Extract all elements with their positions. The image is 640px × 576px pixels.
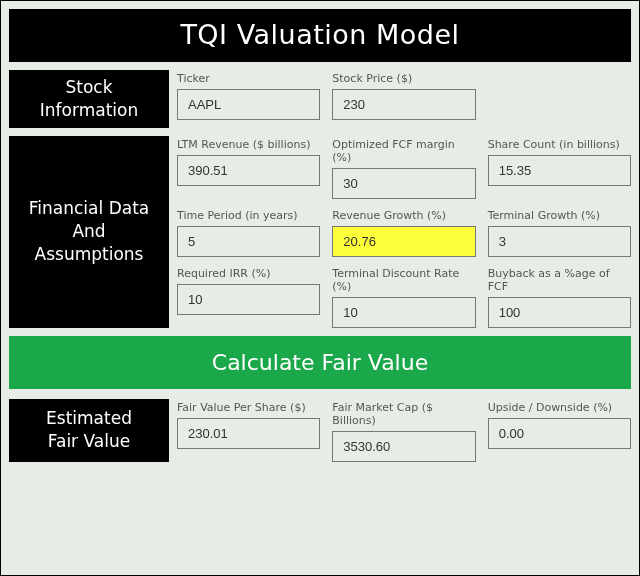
input-rev-growth[interactable] <box>332 226 475 257</box>
field-buyback-pct: Buyback as a %age of FCF <box>488 267 631 328</box>
input-time-period[interactable] <box>177 226 320 257</box>
input-ltm-revenue[interactable] <box>177 155 320 186</box>
valuation-model-page: TQI Valuation Model StockInformation Tic… <box>0 0 640 576</box>
input-fcf-margin[interactable] <box>332 168 475 199</box>
label-rev-growth: Revenue Growth (%) <box>332 209 475 222</box>
field-upside: Upside / Downside (%) <box>488 401 631 462</box>
field-share-count: Share Count (in billions) <box>488 138 631 199</box>
label-time-period: Time Period (in years) <box>177 209 320 222</box>
input-required-irr[interactable] <box>177 284 320 315</box>
field-fv-per-share: Fair Value Per Share ($) <box>177 401 320 462</box>
label-share-count: Share Count (in billions) <box>488 138 631 151</box>
label-fcf-margin: Optimized FCF margin (%) <box>332 138 475 164</box>
input-stock-price[interactable] <box>332 89 475 120</box>
field-fv-market-cap: Fair Market Cap ($ Billions) <box>332 401 475 462</box>
field-required-irr: Required IRR (%) <box>177 267 320 328</box>
field-stock-price: Stock Price ($) <box>332 72 475 120</box>
label-terminal-discount: Terminal Discount Rate (%) <box>332 267 475 293</box>
input-terminal-discount[interactable] <box>332 297 475 328</box>
section-heading-stock-info: StockInformation <box>9 70 169 128</box>
input-terminal-growth[interactable] <box>488 226 631 257</box>
label-stock-price: Stock Price ($) <box>332 72 475 85</box>
label-ltm-revenue: LTM Revenue ($ billions) <box>177 138 320 151</box>
field-time-period: Time Period (in years) <box>177 209 320 257</box>
input-ticker[interactable] <box>177 89 320 120</box>
input-share-count[interactable] <box>488 155 631 186</box>
field-ltm-revenue: LTM Revenue ($ billions) <box>177 138 320 199</box>
field-fcf-margin: Optimized FCF margin (%) <box>332 138 475 199</box>
section-heading-financial-data: Financial DataAndAssumptions <box>9 136 169 328</box>
label-fv-market-cap: Fair Market Cap ($ Billions) <box>332 401 475 427</box>
section-stock-information: StockInformation Ticker Stock Price ($) <box>9 70 631 128</box>
section-heading-fair-value: EstimatedFair Value <box>9 399 169 462</box>
label-terminal-growth: Terminal Growth (%) <box>488 209 631 222</box>
input-buyback-pct[interactable] <box>488 297 631 328</box>
field-terminal-growth: Terminal Growth (%) <box>488 209 631 257</box>
field-terminal-discount: Terminal Discount Rate (%) <box>332 267 475 328</box>
label-ticker: Ticker <box>177 72 320 85</box>
page-title: TQI Valuation Model <box>9 9 631 62</box>
label-buyback-pct: Buyback as a %age of FCF <box>488 267 631 293</box>
field-ticker: Ticker <box>177 72 320 120</box>
label-required-irr: Required IRR (%) <box>177 267 320 280</box>
calculate-button[interactable]: Calculate Fair Value <box>9 336 631 389</box>
section-fair-value: EstimatedFair Value Fair Value Per Share… <box>9 399 631 462</box>
section-financial-data: Financial DataAndAssumptions LTM Revenue… <box>9 136 631 328</box>
label-fv-per-share: Fair Value Per Share ($) <box>177 401 320 414</box>
label-upside: Upside / Downside (%) <box>488 401 631 414</box>
output-fv-per-share <box>177 418 320 449</box>
output-upside <box>488 418 631 449</box>
field-rev-growth: Revenue Growth (%) <box>332 209 475 257</box>
output-fv-market-cap <box>332 431 475 462</box>
